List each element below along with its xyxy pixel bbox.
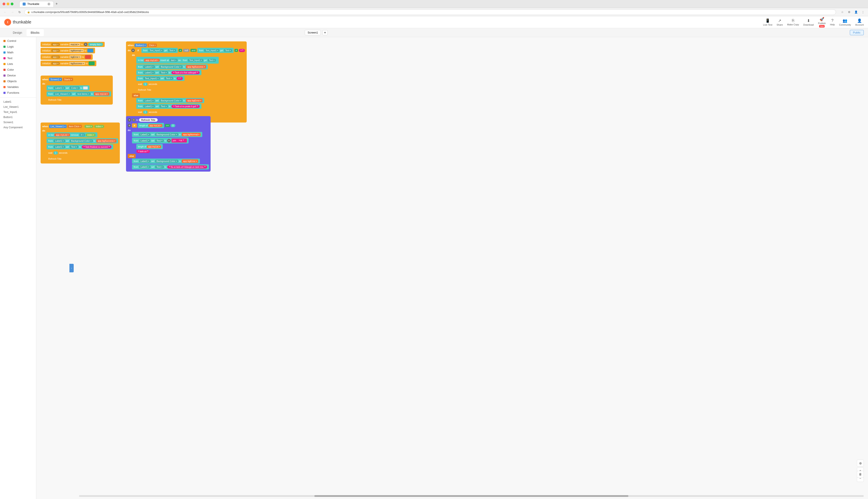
textinput1-dropdown1[interactable]: Text_Input1	[148, 49, 163, 52]
sidebar-item-device[interactable]: Device	[0, 73, 36, 78]
set-bgcolor-success-block[interactable]: from Label1 set Background Color to app …	[136, 64, 208, 69]
wait-block3[interactable]: wait 1 seconds	[47, 150, 69, 155]
account-btn[interactable]: 👤 Account	[855, 19, 864, 26]
browser-tab[interactable]: Thunkable ×	[20, 1, 53, 7]
set-bgcolor-error-block[interactable]: from Label1 set Background Color to app …	[136, 98, 204, 103]
extensions-icon[interactable]: ⚙	[847, 10, 852, 15]
inlist-insert-block[interactable]: in list app myList insert at last as fro…	[136, 57, 219, 64]
app-bgerror-fn-else-dd1[interactable]: app bgError	[182, 159, 198, 163]
textinput1-dropdown2[interactable]: Text_Input1	[204, 49, 219, 52]
scrollbar-thumb[interactable]	[314, 495, 628, 497]
publish-btn[interactable]: 🚀 Publish New	[818, 17, 826, 27]
sidebar-item-control[interactable]: Control	[0, 38, 36, 44]
fn-else-bgerror-block[interactable]: from Label1 set Background Color to app …	[132, 159, 200, 164]
label1-dropdown2[interactable]: Label1	[54, 139, 65, 142]
help-btn[interactable]: ? Help	[830, 19, 835, 26]
label1-fn-dd2[interactable]: Label1	[139, 139, 150, 142]
refresh-title-block3[interactable]: Refresh Title	[47, 156, 63, 161]
length-of-block[interactable]: length of app myList	[138, 123, 164, 128]
horizontal-scrollbar[interactable]	[79, 495, 864, 497]
from-label1-set-color-block[interactable]: from Label1 set Color to	[47, 85, 90, 90]
fn-else-notasks-block[interactable]: from Label1 set Text to ❝ Nu ai task-uri…	[132, 165, 209, 169]
sidebar-button1[interactable]: Button1	[0, 114, 36, 120]
refresh-title-block1[interactable]: Refresh Title	[47, 97, 63, 102]
bgerror-dropdown[interactable]: bgError	[69, 56, 81, 59]
wait-block-btn[interactable]: wait 1 seconds	[136, 82, 159, 87]
sidebar-screen1[interactable]: Screen1	[0, 120, 36, 125]
forward-btn[interactable]: →	[10, 10, 15, 15]
settings-icon-fn3[interactable]: ⚙	[167, 139, 171, 142]
sidebar-listviewer1[interactable]: List_Viewer1	[0, 105, 36, 109]
wait-block-else[interactable]: wait 1 seconds	[136, 109, 159, 114]
fn-if-block[interactable]: if	[132, 123, 137, 127]
last-dropdown[interactable]: last	[169, 59, 177, 62]
if-block1[interactable]: if	[135, 48, 141, 52]
from-label1-set-text-block3[interactable]: from Label1 set Text to ❝ Task finalizat…	[47, 144, 113, 149]
textinput1-dropdown3[interactable]: Text_Input1	[188, 59, 203, 62]
app-scope-dropdown3[interactable]: app	[51, 56, 59, 59]
settings-icon-fn2[interactable]: ⚙	[128, 124, 131, 127]
init-bgerror-block[interactable]: initialize app variable bgError to	[40, 54, 93, 60]
fn-else-block[interactable]: else	[128, 154, 135, 158]
sidebar-collapse-btn[interactable]: ‹	[69, 264, 74, 272]
tab-close-btn[interactable]: ×	[47, 2, 50, 5]
settings-icon-1[interactable]: ⚙	[84, 43, 87, 46]
download-btn[interactable]: ⬇ Download	[803, 19, 814, 26]
bgsuccess-dropdown[interactable]: bgSuccess	[69, 62, 85, 65]
app-mylist-fn-dropdown[interactable]: app myList	[148, 124, 162, 127]
from-textinput-get3[interactable]: from Text_Input1 get Text	[181, 58, 217, 63]
button1-comp-dropdown[interactable]: Button1	[134, 44, 147, 47]
init-bgsuccess-block[interactable]: initialize app variable bgSuccess to	[40, 61, 96, 66]
from-textinput-get-text-block1[interactable]: from Text_Input1 get Text	[141, 48, 178, 53]
itemclick-event-dropdown[interactable]: Item Click	[68, 125, 82, 128]
label1-dropdown3[interactable]: Label1	[54, 145, 65, 148]
text-prop-get3[interactable]: Text	[208, 59, 216, 62]
refresh-btn[interactable]: ↻	[17, 10, 22, 15]
bgcolor-dd7[interactable]: Background Color	[159, 99, 182, 102]
label1-fn-dd1[interactable]: Label1	[139, 133, 150, 136]
app-bgnormal-fn-dd1[interactable]: app bgNormal	[182, 133, 201, 136]
textinput1-dd6[interactable]: Text_Input1	[144, 77, 160, 80]
join-block[interactable]: join ❝ Ai ❞	[171, 138, 187, 143]
trash-btn[interactable]: 🗑	[857, 471, 864, 478]
sidebar-item-text[interactable]: Text	[0, 55, 36, 61]
from-label1-set-bgcolor-block2[interactable]: from Label1 set Background Color to app …	[47, 138, 118, 143]
app-bgsuccess-dd4[interactable]: app bgSuccess	[186, 65, 206, 69]
text-fn-dd2[interactable]: Text	[155, 139, 164, 142]
label1-dd7[interactable]: Label1	[144, 99, 155, 102]
text-prop-dropdown3[interactable]: Text	[70, 145, 78, 148]
app-scope-dropdown2[interactable]: app	[51, 49, 59, 52]
else-block[interactable]: else	[132, 93, 140, 98]
text-prop-get2[interactable]: Text	[224, 49, 232, 52]
label1-fn-else-dd1[interactable]: Label1	[139, 160, 150, 163]
new-tab-btn[interactable]: +	[53, 1, 60, 7]
sidebar-item-objects[interactable]: Objects	[0, 78, 36, 84]
from-listviewer1-set-block[interactable]: from List_Viewer1 set text items to app …	[47, 92, 111, 96]
init-bgnormal-block[interactable]: initialize app variable bgNormal to	[40, 48, 95, 53]
screen-name[interactable]: Screen1	[305, 30, 321, 35]
empty-list-dropdown[interactable]: empty list	[88, 43, 103, 46]
sidebar-item-lists[interactable]: Lists	[0, 61, 36, 67]
set-text-added-block[interactable]: from Label1 set Text to ❝ Task-ul a fost…	[136, 70, 201, 75]
share-btn[interactable]: ↗ Share	[776, 19, 783, 26]
bgcolor-fn-dd1[interactable]: Background Color	[155, 133, 178, 136]
q-icon-fn[interactable]: ?	[132, 118, 135, 122]
sidebar-item-color[interactable]: Color	[0, 67, 36, 73]
app-mylist-fn-dd3[interactable]: app myList	[147, 145, 161, 148]
refresh-title-block-btn[interactable]: Refresh Title	[136, 87, 153, 93]
minimize-window-btn[interactable]	[7, 2, 9, 5]
label1-dropdown1[interactable]: Label1	[54, 86, 65, 89]
settings-icon-btn[interactable]: ⚙	[131, 49, 135, 52]
text-dd6[interactable]: Text	[165, 77, 173, 80]
text-prop-get1[interactable]: Text	[168, 49, 176, 52]
hash-dropdown[interactable]: #	[80, 133, 85, 136]
app-mylist-dropdown2[interactable]: app myList	[55, 133, 70, 136]
public-btn[interactable]: Public	[850, 30, 864, 35]
bgnormal-dropdown[interactable]: bgNormal	[69, 49, 84, 52]
maximize-window-btn[interactable]	[11, 2, 13, 5]
listviewer1-dropdown1[interactable]: List_Viewer1	[54, 93, 71, 95]
app-mylist-dropdown3[interactable]: app myList	[144, 59, 159, 62]
sidebar-label1[interactable]: Label1	[0, 99, 36, 105]
text-dd5[interactable]: Text	[159, 71, 168, 74]
label1-dd5[interactable]: Label1	[144, 71, 155, 74]
